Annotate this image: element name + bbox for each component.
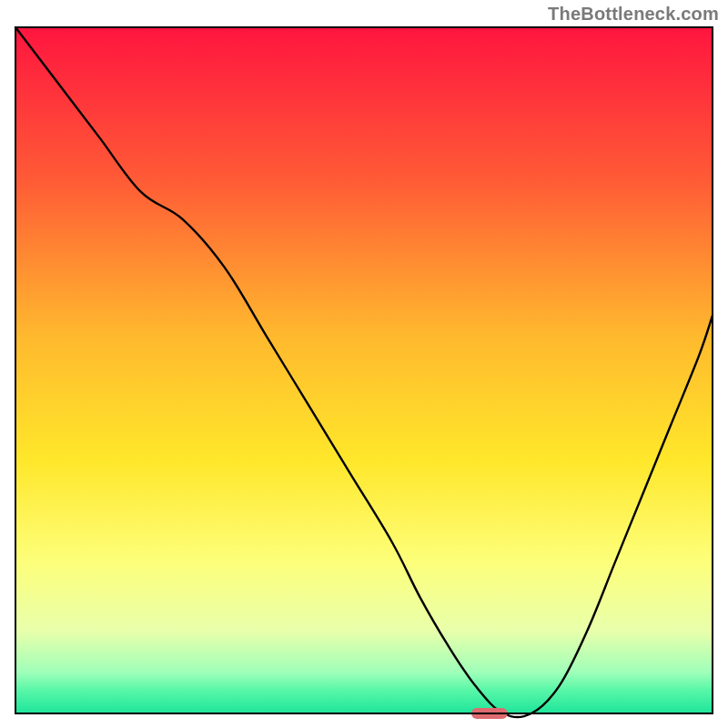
bottleneck-chart	[0, 0, 728, 728]
chart-wrapper: TheBottleneck.com	[0, 0, 728, 728]
chart-background	[15, 27, 713, 713]
